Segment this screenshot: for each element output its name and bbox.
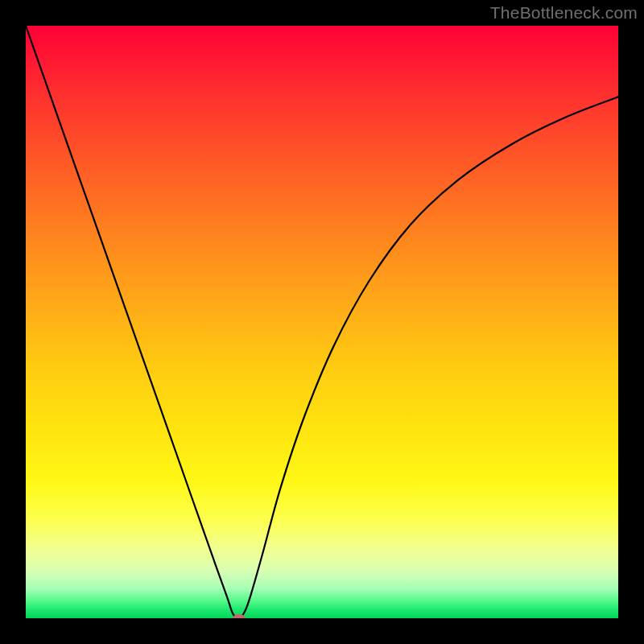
plot-area bbox=[26, 26, 618, 618]
bottleneck-curve bbox=[26, 26, 618, 618]
chart-frame: TheBottleneck.com bbox=[0, 0, 644, 644]
curve-path bbox=[26, 26, 618, 618]
minimum-marker bbox=[233, 614, 246, 618]
watermark-text: TheBottleneck.com bbox=[490, 3, 638, 23]
